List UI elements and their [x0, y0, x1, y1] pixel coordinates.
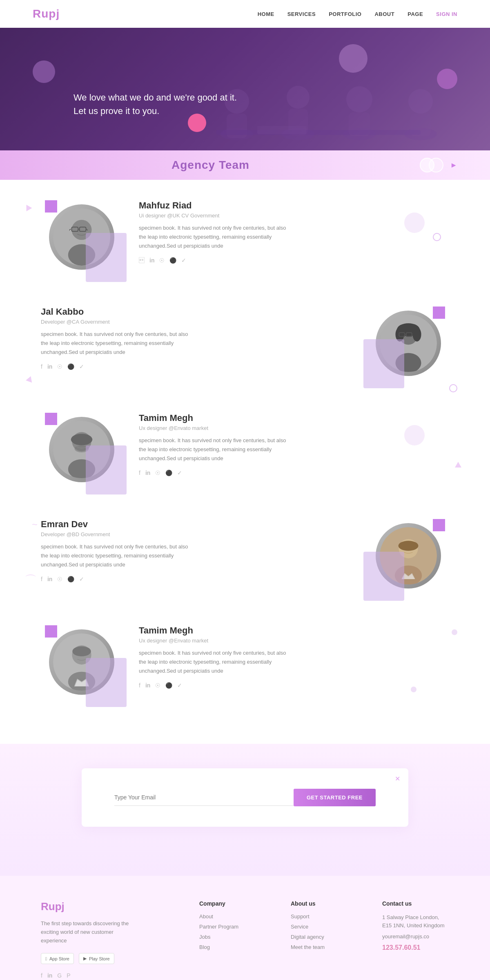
deco-circle-2 — [449, 384, 457, 392]
social-google-emran[interactable]: ☉ — [57, 576, 62, 582]
social-linkedin[interactable]: in — [149, 257, 154, 264]
nav-services[interactable]: SERVICES — [287, 11, 316, 17]
social-twitter-tamim2[interactable]: ✓ — [177, 682, 182, 689]
social-linkedin-jal[interactable]: in — [47, 363, 52, 370]
social-linkedin-tamim2[interactable]: in — [145, 682, 150, 689]
member-role-tamim1: Ux designer @Envato market — [139, 425, 449, 431]
social-pinterest-emran[interactable]: ⚫ — [67, 576, 74, 582]
footer-top: Rupj The first step towards discovering … — [41, 900, 449, 979]
member-social:  in ☉ ⚫ ✓ — [139, 257, 449, 264]
social-facebook[interactable]:  — [139, 257, 145, 264]
get-started-button[interactable]: GET STARTED FREE — [294, 789, 376, 806]
team-member-emran: Emran Dev Developer @BD Government speci… — [41, 515, 449, 597]
social-facebook-tamim2[interactable]: f — [139, 682, 140, 689]
social-pinterest-tamim1[interactable]: ⚫ — [165, 470, 172, 476]
deco-swirl-1: ~ — [32, 519, 38, 530]
member-info-jal: Jal Kabbo Developer @CA Government speci… — [41, 302, 351, 370]
social-pinterest-jal[interactable]: ⚫ — [67, 363, 74, 370]
member-name-emran: Emran Dev — [41, 519, 351, 530]
svg-point-31 — [71, 434, 93, 445]
svg-point-4 — [287, 86, 310, 109]
member-bio: specimen book. It has survived not only … — [139, 224, 294, 251]
nav-signin[interactable]: Sign in — [436, 11, 457, 17]
footer-digital-link[interactable]: Digital agency — [291, 934, 358, 940]
navbar-links: HOME SERVICES PORTFOLIO ABOUT PAGE Sign … — [258, 11, 457, 17]
photo-purple-shape-5 — [86, 658, 127, 707]
svg-point-7 — [346, 86, 372, 112]
venn-circle-right — [429, 158, 443, 172]
photo-purple-shape-4 — [363, 552, 404, 601]
deco-triangle-3 — [455, 462, 461, 468]
photo-square-accent-3 — [45, 413, 57, 425]
social-facebook-tamim1[interactable]: f — [139, 470, 140, 476]
footer-brand: Rupj The first step towards discovering … — [41, 900, 175, 979]
svg-point-24 — [413, 327, 421, 342]
footer-phone[interactable]: 123.57.60.51 — [382, 944, 449, 951]
social-twitter-jal[interactable]: ✓ — [79, 363, 84, 370]
footer-support-link[interactable]: Support — [291, 913, 358, 920]
member-info-tamim2: Tamim Megh Ux designer @Envato market sp… — [139, 621, 449, 689]
banner-arrow-icon[interactable]: ► — [450, 161, 457, 170]
svg-rect-13 — [257, 126, 306, 134]
nav-page[interactable]: PAGE — [408, 11, 423, 17]
member-social-tamim2: f in ☉ ⚫ ✓ — [139, 682, 449, 689]
footer-about-link[interactable]: About — [199, 913, 266, 920]
footer-blog-link[interactable]: Blog — [199, 944, 266, 950]
photo-purple-shape-3 — [86, 445, 127, 494]
member-name-tamim1: Tamim Megh — [139, 413, 449, 423]
deco-triangle-1 — [24, 203, 32, 211]
footer-social: f in G P — [41, 972, 175, 979]
social-pinterest[interactable]: ⚫ — [169, 257, 176, 264]
deco-swirl-2: ⌒ — [24, 572, 37, 589]
footer-linkedin[interactable]: in — [47, 972, 52, 979]
footer-facebook[interactable]: f — [41, 972, 42, 979]
email-input[interactable] — [114, 789, 294, 806]
social-twitter[interactable]: ✓ — [181, 257, 186, 264]
photo-purple-shape-2 — [363, 339, 404, 388]
member-info-tamim1: Tamim Megh Ux designer @Envato market sp… — [139, 409, 449, 476]
footer-address: 1 Salway Place London, E15 1NN, United K… — [382, 913, 449, 929]
nav-about[interactable]: ABOUT — [374, 11, 394, 17]
footer-service-link[interactable]: Service — [291, 924, 358, 930]
play-store-badge[interactable]: ▶ Play Store — [79, 953, 114, 964]
footer-google[interactable]: G — [57, 972, 62, 979]
footer-team-link[interactable]: Meet the team — [291, 944, 358, 950]
deco-bg-circle — [404, 213, 425, 233]
svg-point-10 — [408, 89, 433, 114]
app-store-badge[interactable]:  App Store — [41, 953, 74, 964]
social-google-jal[interactable]: ☉ — [57, 363, 62, 370]
social-google[interactable]: ☉ — [159, 257, 165, 264]
social-twitter-emran[interactable]: ✓ — [79, 576, 84, 582]
social-facebook-emran[interactable]: f — [41, 576, 42, 582]
hero-section: We love what we do and we're good at it.… — [0, 28, 490, 150]
footer-logo[interactable]: Rupj — [41, 900, 175, 913]
nav-home[interactable]: HOME — [258, 11, 274, 17]
social-twitter-tamim1[interactable]: ✓ — [177, 470, 182, 476]
team-member-mahfuz: Mahfuz Riad Ui designer @UK CV Governmen… — [41, 196, 449, 278]
social-google-tamim2[interactable]: ☉ — [155, 682, 160, 689]
footer-about-title: About us — [291, 900, 358, 907]
member-info-mahfuz: Mahfuz Riad Ui designer @UK CV Governmen… — [139, 196, 449, 264]
nav-portfolio[interactable]: PORTFOLIO — [329, 11, 361, 17]
footer-email: youremail@rupjs.co — [382, 933, 449, 941]
social-facebook-jal[interactable]: f — [41, 363, 42, 370]
agency-banner: Agency Team ► — [0, 150, 490, 180]
hero-circle-purple — [33, 60, 55, 83]
footer-contact-title: Contact us — [382, 900, 449, 907]
social-google-tamim1[interactable]: ☉ — [155, 470, 160, 476]
footer-pinterest[interactable]: P — [67, 972, 70, 979]
venn-icon — [420, 158, 443, 172]
deco-triangle-2 — [26, 375, 34, 383]
member-photo-jal — [368, 302, 449, 384]
social-linkedin-tamim1[interactable]: in — [145, 470, 150, 476]
member-name: Mahfuz Riad — [139, 200, 449, 211]
navbar-logo[interactable]: Rupj — [33, 7, 60, 20]
footer-partner-link[interactable]: Partner Program — [199, 924, 266, 930]
social-linkedin-emran[interactable]: in — [47, 576, 52, 582]
footer-tagline: The first step towards discovering the e… — [41, 920, 131, 945]
svg-point-36 — [399, 541, 419, 551]
hero-people-svg — [147, 28, 490, 150]
hero-decorations — [0, 28, 490, 150]
social-pinterest-tamim2[interactable]: ⚫ — [165, 682, 172, 689]
footer-jobs-link[interactable]: Jobs — [199, 934, 266, 940]
